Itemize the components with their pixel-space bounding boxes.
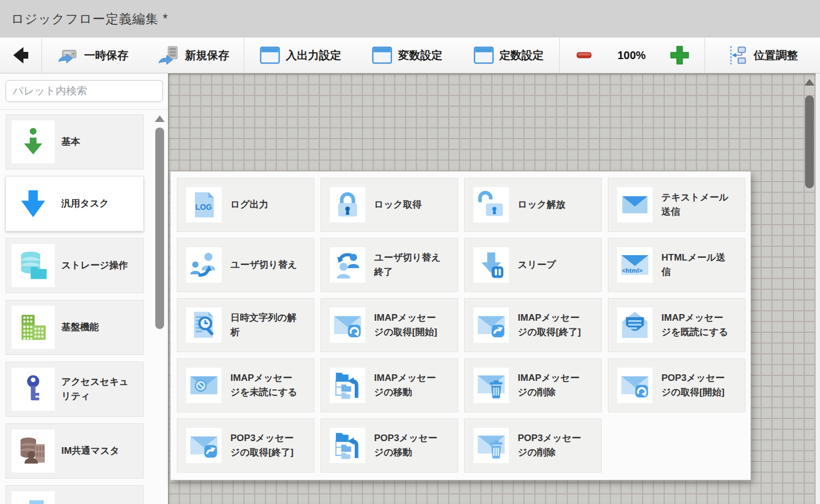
back-button[interactable]: [0, 38, 41, 73]
palette-item-icon-box: LOG: [186, 187, 222, 222]
palette-item[interactable]: ロック取得: [320, 178, 458, 232]
page-title: ロジックフロー定義編集 *: [11, 10, 169, 28]
save-button-group: 一時保存 新規保存: [42, 38, 244, 73]
category-icon-box: [12, 491, 55, 504]
palette-item-label: ユーザ切り替え終了: [374, 251, 443, 279]
position-adjust-label: 位置調整: [754, 48, 798, 63]
scroll-up-icon[interactable]: [805, 79, 814, 86]
mail-html-icon: <html>: [621, 251, 649, 279]
palette-item[interactable]: POP3メッセージの取得[終了]: [177, 418, 314, 473]
sidebar-scroll-thumb[interactable]: [155, 128, 164, 329]
palette-item[interactable]: ロック解放: [464, 178, 602, 232]
palette-item[interactable]: POP3メッセージの移動: [320, 418, 458, 473]
app-root: ロジックフロー定義編集 * 一時保存 新規保存 入出力設定 変数: [0, 0, 820, 504]
sidebar-scrollbar[interactable]: [155, 114, 165, 504]
temp-save-label: 一時保存: [84, 48, 128, 63]
window-icon: [474, 46, 494, 64]
category-item[interactable]: 基盤機能: [6, 300, 144, 355]
palette-item-icon-box: [617, 307, 653, 343]
category-item[interactable]: アクセスセキュリティ: [6, 362, 144, 417]
scroll-up-icon[interactable]: [155, 115, 165, 122]
palette-item-icon-box: [330, 247, 365, 283]
palette-item[interactable]: ユーザ切り替え終了: [320, 238, 458, 292]
category-label: ストレージ操作: [61, 258, 134, 273]
category-item[interactable]: 汎用タスク: [6, 176, 144, 231]
palette-item-icon-box: [617, 187, 653, 222]
palette-item-label: 日時文字列の解析: [230, 311, 299, 339]
align-group: 位置調整: [705, 38, 820, 73]
settings-button-group: 入出力設定 変数設定 定数設定: [244, 38, 559, 73]
category-label: 基盤機能: [61, 320, 134, 335]
variable-settings-button[interactable]: 変数設定: [372, 38, 442, 73]
category-item[interactable]: IM共通マスタ: [6, 423, 144, 479]
temp-save-button[interactable]: 一時保存: [56, 38, 128, 73]
master-database-icon: [18, 436, 49, 466]
mail-open-read-icon: [621, 311, 649, 339]
palette-item[interactable]: IMAPメッセージを未読にする: [177, 358, 314, 412]
zoom-out-button[interactable]: [574, 45, 594, 65]
palette-item-icon-box: [474, 247, 509, 283]
user-switch-end-icon: [333, 251, 362, 279]
palette-item-icon-box: [474, 428, 509, 463]
new-save-button[interactable]: 新規保存: [157, 38, 229, 73]
zoom-in-button[interactable]: [669, 45, 690, 66]
palette-item-label: IMAPメッセージの移動: [374, 371, 443, 400]
category-list: 基本 汎用タスク ストレージ操作: [0, 110, 168, 504]
palette-item-label: ロック解放: [518, 198, 586, 212]
palette-item-label: POP3メッセージの取得[開始]: [661, 371, 730, 400]
category-item[interactable]: 基本: [6, 114, 144, 169]
palette-item-icon-box: [330, 307, 365, 343]
palette-item[interactable]: <html> HTMLメール送信: [608, 238, 745, 292]
palette-item[interactable]: POP3メッセージの取得[開始]: [608, 358, 745, 412]
palette-item-label: IMAPメッセージを既読にする: [661, 311, 730, 339]
palette-item-label: POP3メッセージの削除: [518, 431, 586, 460]
palette-item[interactable]: ユーザ切り替え: [177, 238, 314, 292]
save-new-icon: [157, 44, 180, 66]
category-icon-box: [12, 429, 55, 473]
palette-item-label: IMAPメッセージの取得[開始]: [374, 311, 443, 339]
palette-item-label: テキストメール送信: [661, 190, 730, 219]
zoom-in-plus-icon: [669, 45, 690, 66]
mail-receive-start-icon: [621, 371, 649, 400]
canvas-scrollbar[interactable]: [805, 78, 814, 266]
palette-item-icon-box: [186, 428, 222, 463]
palette-item[interactable]: IMAPメッセージの移動: [320, 358, 458, 412]
lock-closed-icon: [333, 190, 362, 219]
palette-sidebar: 基本 汎用タスク ストレージ操作: [0, 73, 168, 504]
category-item[interactable]: Accel: [6, 485, 144, 504]
palette-item-icon-box: <html>: [617, 247, 653, 283]
palette-item[interactable]: スリープ: [464, 238, 602, 292]
palette-item[interactable]: POP3メッセージの削除: [464, 418, 602, 473]
category-item[interactable]: ストレージ操作: [6, 238, 144, 293]
palette-item-label: IMAPメッセージを未読にする: [230, 371, 299, 400]
mail-icon: [621, 190, 649, 219]
palette-search-input[interactable]: [6, 80, 163, 102]
save-temp-icon: [56, 44, 78, 66]
zoom-level: 100%: [617, 49, 645, 62]
canvas-scroll-thumb[interactable]: [805, 96, 814, 188]
mail-unread-block-icon: [190, 371, 218, 400]
io-settings-button[interactable]: 入出力設定: [260, 38, 341, 73]
svg-text:<html>: <html>: [622, 267, 643, 274]
palette-item[interactable]: IMAPメッセージの取得[終了]: [464, 298, 602, 352]
palette-item[interactable]: IMAPメッセージを既読にする: [608, 298, 745, 352]
palette-item[interactable]: LOG ログ出力: [177, 178, 314, 232]
palette-item[interactable]: テキストメール送信: [608, 178, 745, 232]
flow-canvas[interactable]: LOG ログ出力 ロック取得 ロック解放: [168, 73, 820, 504]
position-adjust-button[interactable]: 位置調整: [727, 38, 798, 73]
key-icon: [18, 374, 48, 404]
palette-item[interactable]: IMAPメッセージの削除: [464, 358, 602, 412]
category-icon-box: [12, 120, 55, 163]
palette-item[interactable]: 日時文字列の解析: [177, 298, 314, 352]
mail-receive-end-icon: [190, 431, 218, 460]
folder-move-icon: [333, 371, 362, 400]
palette-item-label: ユーザ切り替え: [230, 258, 299, 272]
category-icon-box: [12, 182, 55, 225]
toolbar: 一時保存 新規保存 入出力設定 変数設定 定数設定: [0, 38, 820, 73]
io-settings-label: 入出力設定: [286, 48, 341, 63]
constant-settings-button[interactable]: 定数設定: [474, 38, 544, 73]
back-arrow-icon: [9, 44, 33, 67]
palette-item[interactable]: IMAPメッセージの取得[開始]: [320, 298, 458, 352]
mail-receive-start-icon: [333, 311, 362, 339]
blue-arrow-down-icon: [17, 187, 50, 220]
